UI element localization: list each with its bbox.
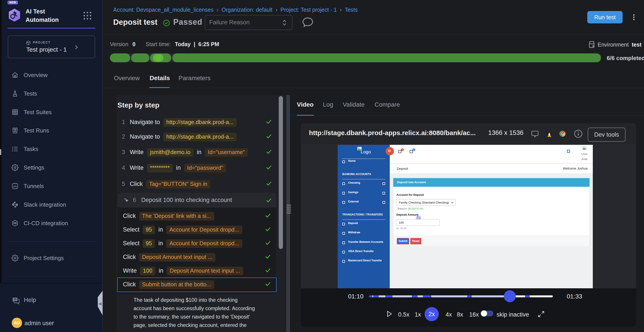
svg-text:?: ? [14,298,16,301]
svg-text:0: 0 [402,148,403,151]
svg-text:0: 0 [413,148,414,151]
